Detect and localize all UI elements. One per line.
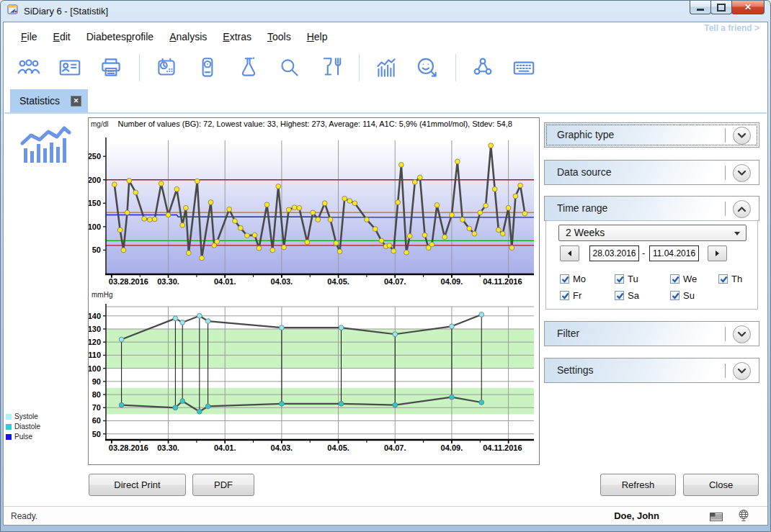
- application-window: SiDiary 6 - [Statistik] ✕ FileEditDiabet…: [0, 0, 771, 532]
- checkbox-icon: [560, 274, 569, 284]
- legend-swatch: [6, 424, 12, 430]
- keyboard-icon: [511, 55, 537, 81]
- share-icon: [470, 55, 496, 81]
- next-period-button[interactable]: [708, 245, 727, 261]
- panel-data-source[interactable]: Data source: [544, 160, 759, 185]
- previous-period-button[interactable]: [560, 245, 579, 261]
- svg-text:03.30.: 03.30.: [157, 443, 179, 452]
- menu-item-diabetesprofile[interactable]: Diabetesprofile: [79, 28, 161, 45]
- share-button[interactable]: [470, 55, 496, 81]
- svg-text:130: 130: [89, 325, 101, 333]
- svg-text:04.01.: 04.01.: [214, 443, 236, 452]
- search-button[interactable]: [277, 55, 303, 81]
- menu-item-extras[interactable]: Extras: [215, 28, 259, 45]
- panel-graphic-type-toggle[interactable]: [733, 127, 751, 145]
- panel-time-range-toggle[interactable]: [733, 200, 751, 218]
- time-range-preset-select[interactable]: 2 Weeks: [558, 225, 747, 241]
- tell-a-friend-link[interactable]: Tell a friend >: [704, 23, 759, 33]
- menu-item-tools[interactable]: Tools: [259, 28, 299, 45]
- panel-data-source-toggle[interactable]: [733, 164, 751, 182]
- panel-filter-toggle[interactable]: [733, 325, 751, 343]
- date-to-input[interactable]: [649, 245, 699, 261]
- weekday-checkbox-sa[interactable]: Sa: [615, 290, 670, 301]
- weekday-checkbox-tu[interactable]: Tu: [615, 274, 670, 284]
- weekday-checkbox-we[interactable]: We: [670, 274, 718, 284]
- svg-text:04.07.: 04.07.: [384, 443, 406, 452]
- bp-legend: SystoleDiastolePulse: [6, 412, 40, 443]
- weekday-label: Su: [683, 290, 695, 301]
- svg-text:04.09.: 04.09.: [441, 277, 463, 286]
- minimize-button[interactable]: [690, 1, 711, 14]
- bg-chart-svg: 5010015020025003.28.201603.30.04.01.04.0…: [89, 128, 538, 298]
- panel-settings-toggle[interactable]: [733, 362, 751, 380]
- svg-text:50: 50: [92, 245, 101, 254]
- svg-text:04.03.: 04.03.: [271, 277, 293, 286]
- toolbar: [4, 49, 767, 86]
- weekday-checkbox-fr[interactable]: Fr: [560, 290, 615, 301]
- right-arrow-icon: [716, 251, 719, 256]
- tab-close-icon[interactable]: ✕: [71, 96, 81, 107]
- menu-item-analysis[interactable]: Analysis: [161, 28, 215, 45]
- svg-text:120: 120: [89, 338, 101, 346]
- chart-panel: mg/dl Number of values (BG): 72, Lowest …: [88, 117, 540, 465]
- language-flag-icon[interactable]: [710, 511, 723, 524]
- status-message: Ready.: [11, 511, 37, 521]
- time-range-preset-value: 2 Weeks: [566, 227, 605, 238]
- panel-graphic-type[interactable]: Graphic type: [544, 122, 759, 148]
- direct-print-button[interactable]: Direct Print: [89, 474, 186, 496]
- date-from-input[interactable]: [589, 245, 639, 261]
- weekday-checkbox-mo[interactable]: Mo: [560, 274, 615, 284]
- tab-bar: Statistics ✕: [4, 88, 767, 114]
- app-icon: [7, 4, 19, 18]
- keyboard-button[interactable]: [511, 55, 537, 81]
- svg-text:03.28.2016: 03.28.2016: [109, 443, 148, 452]
- weekday-label: Mo: [573, 274, 586, 284]
- panel-separator: [725, 128, 726, 143]
- glucose-meter-icon: [195, 55, 220, 81]
- users-button[interactable]: [16, 55, 42, 81]
- panel-time-range-label: Time range: [557, 202, 607, 214]
- checkbox-icon: [560, 291, 569, 300]
- weekday-checkbox-su[interactable]: Su: [670, 290, 718, 301]
- globe-icon[interactable]: [737, 509, 750, 525]
- bg-unit-label: mg/dl: [91, 120, 108, 128]
- statistics-icon: [373, 55, 399, 81]
- weekday-checkbox-th[interactable]: Th: [718, 274, 753, 284]
- panel-separator: [725, 364, 726, 378]
- printer-button[interactable]: [98, 55, 124, 81]
- weekday-label: Th: [731, 274, 742, 284]
- glucose-meter-button[interactable]: [195, 55, 220, 81]
- svg-text:70: 70: [92, 403, 101, 412]
- smiley-export-button[interactable]: [414, 55, 440, 81]
- svg-text:04.11.2016: 04.11.2016: [483, 443, 522, 452]
- food-drink-button[interactable]: [318, 55, 344, 81]
- close-button[interactable]: Close: [683, 474, 759, 496]
- lab-flask-button[interactable]: [236, 55, 262, 81]
- weekday-label: We: [683, 274, 697, 284]
- titlebar[interactable]: SiDiary 6 - [Statistik] ✕: [0, 0, 771, 22]
- weekday-checkbox-grid: MoTuWeThFrSaSu: [560, 274, 753, 301]
- legend-label: Systole: [14, 412, 38, 420]
- tab-statistics[interactable]: Statistics ✕: [10, 89, 88, 112]
- svg-text:200: 200: [89, 176, 101, 184]
- menu-item-edit[interactable]: Edit: [45, 28, 79, 45]
- panel-filter-label: Filter: [557, 328, 579, 339]
- window-title: SiDiary 6 - [Statistik]: [24, 6, 108, 17]
- close-window-button[interactable]: ✕: [731, 1, 765, 14]
- refresh-button[interactable]: Refresh: [600, 474, 676, 496]
- menu-item-file[interactable]: File: [13, 28, 45, 45]
- contact-card-button[interactable]: [57, 55, 83, 81]
- panel-settings[interactable]: Settings: [544, 358, 759, 383]
- svg-text:140: 140: [89, 312, 101, 320]
- legend-swatch: [6, 414, 12, 420]
- pdf-button[interactable]: PDF: [192, 474, 254, 496]
- calendar-clock-button[interactable]: [153, 55, 179, 81]
- svg-text:100: 100: [89, 222, 101, 231]
- restore-button[interactable]: [710, 1, 732, 14]
- bg-chart-header: mg/dl Number of values (BG): 72, Lowest …: [91, 120, 512, 128]
- statistics-sidebar-icon: [17, 121, 75, 170]
- statistics-button[interactable]: [373, 55, 399, 81]
- panel-time-range[interactable]: Time range: [544, 196, 759, 221]
- menu-item-help[interactable]: Help: [299, 28, 336, 45]
- panel-filter[interactable]: Filter: [544, 321, 759, 346]
